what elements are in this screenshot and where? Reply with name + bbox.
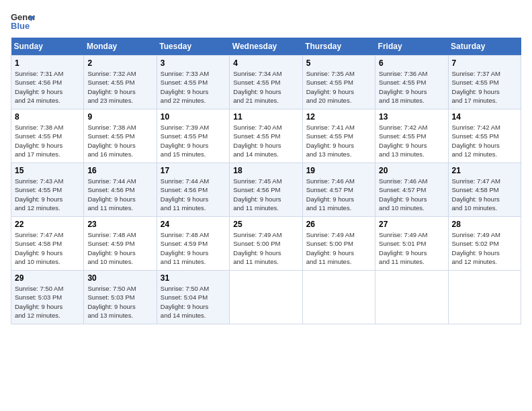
day-number: 9 <box>87 112 152 122</box>
calendar-cell: 28Sunrise: 7:49 AM Sunset: 5:02 PM Dayli… <box>448 217 521 271</box>
calendar-cell: 30Sunrise: 7:50 AM Sunset: 5:03 PM Dayli… <box>84 271 157 324</box>
day-info: Sunrise: 7:43 AM Sunset: 4:55 PM Dayligh… <box>15 177 80 212</box>
day-number: 30 <box>87 273 152 283</box>
day-info: Sunrise: 7:32 AM Sunset: 4:55 PM Dayligh… <box>87 69 152 105</box>
logo-icon: General Blue <box>11 11 35 32</box>
day-info: Sunrise: 7:47 AM Sunset: 4:58 PM Dayligh… <box>15 230 80 266</box>
calendar-cell: 23Sunrise: 7:48 AM Sunset: 4:59 PM Dayli… <box>84 217 157 271</box>
day-header-monday: Monday <box>84 38 157 56</box>
day-info: Sunrise: 7:50 AM Sunset: 5:03 PM Dayligh… <box>15 284 80 320</box>
day-number: 23 <box>87 220 152 229</box>
day-number: 21 <box>452 166 517 175</box>
week-row-5: 29Sunrise: 7:50 AM Sunset: 5:03 PM Dayli… <box>11 271 521 324</box>
calendar-cell <box>302 271 375 324</box>
day-info: Sunrise: 7:44 AM Sunset: 4:56 PM Dayligh… <box>161 177 226 212</box>
calendar-cell: 21Sunrise: 7:47 AM Sunset: 4:58 PM Dayli… <box>448 163 521 217</box>
calendar-cell: 25Sunrise: 7:49 AM Sunset: 5:00 PM Dayli… <box>230 217 302 271</box>
day-info: Sunrise: 7:40 AM Sunset: 4:55 PM Dayligh… <box>233 123 298 158</box>
day-number: 24 <box>161 220 226 229</box>
day-number: 28 <box>452 220 517 229</box>
calendar-cell: 17Sunrise: 7:44 AM Sunset: 4:56 PM Dayli… <box>157 163 229 217</box>
day-number: 19 <box>306 166 371 175</box>
day-number: 26 <box>306 220 371 229</box>
day-info: Sunrise: 7:49 AM Sunset: 5:02 PM Dayligh… <box>452 230 517 266</box>
day-number: 7 <box>452 58 517 68</box>
day-info: Sunrise: 7:45 AM Sunset: 4:56 PM Dayligh… <box>233 177 298 212</box>
week-row-3: 15Sunrise: 7:43 AM Sunset: 4:55 PM Dayli… <box>11 163 521 217</box>
calendar-cell: 8Sunrise: 7:38 AM Sunset: 4:55 PM Daylig… <box>11 109 84 163</box>
svg-text:Blue: Blue <box>11 21 30 31</box>
calendar-cell: 10Sunrise: 7:39 AM Sunset: 4:55 PM Dayli… <box>157 109 229 163</box>
calendar-cell: 14Sunrise: 7:42 AM Sunset: 4:55 PM Dayli… <box>448 109 521 163</box>
calendar-cell: 15Sunrise: 7:43 AM Sunset: 4:55 PM Dayli… <box>11 163 84 217</box>
day-info: Sunrise: 7:34 AM Sunset: 4:55 PM Dayligh… <box>233 69 298 105</box>
day-info: Sunrise: 7:46 AM Sunset: 4:57 PM Dayligh… <box>379 177 444 212</box>
day-info: Sunrise: 7:36 AM Sunset: 4:55 PM Dayligh… <box>379 69 444 105</box>
day-info: Sunrise: 7:41 AM Sunset: 4:55 PM Dayligh… <box>306 123 371 158</box>
calendar-cell: 2Sunrise: 7:32 AM Sunset: 4:55 PM Daylig… <box>84 56 157 109</box>
week-row-2: 8Sunrise: 7:38 AM Sunset: 4:55 PM Daylig… <box>11 109 521 163</box>
calendar-cell: 18Sunrise: 7:45 AM Sunset: 4:56 PM Dayli… <box>230 163 302 217</box>
day-number: 4 <box>233 58 298 68</box>
day-info: Sunrise: 7:46 AM Sunset: 4:57 PM Dayligh… <box>306 177 371 212</box>
day-number: 29 <box>15 273 80 283</box>
day-info: Sunrise: 7:38 AM Sunset: 4:55 PM Dayligh… <box>87 123 152 158</box>
day-number: 15 <box>15 166 80 175</box>
week-row-4: 22Sunrise: 7:47 AM Sunset: 4:58 PM Dayli… <box>11 217 521 271</box>
day-number: 6 <box>379 58 444 68</box>
day-number: 10 <box>161 112 226 122</box>
week-row-1: 1Sunrise: 7:31 AM Sunset: 4:56 PM Daylig… <box>11 56 521 109</box>
day-info: Sunrise: 7:31 AM Sunset: 4:56 PM Dayligh… <box>15 69 80 105</box>
day-info: Sunrise: 7:35 AM Sunset: 4:55 PM Dayligh… <box>306 69 371 105</box>
logo: General Blue <box>11 11 35 32</box>
calendar-cell: 29Sunrise: 7:50 AM Sunset: 5:03 PM Dayli… <box>11 271 84 324</box>
day-number: 8 <box>15 112 80 122</box>
day-number: 17 <box>161 166 226 175</box>
day-info: Sunrise: 7:49 AM Sunset: 5:00 PM Dayligh… <box>233 230 298 266</box>
day-number: 27 <box>379 220 444 229</box>
calendar-cell: 24Sunrise: 7:48 AM Sunset: 4:59 PM Dayli… <box>157 217 229 271</box>
calendar-cell <box>230 271 302 324</box>
day-info: Sunrise: 7:48 AM Sunset: 4:59 PM Dayligh… <box>161 230 226 266</box>
day-info: Sunrise: 7:47 AM Sunset: 4:58 PM Dayligh… <box>452 177 517 212</box>
day-number: 12 <box>306 112 371 122</box>
calendar-cell <box>375 271 448 324</box>
calendar-cell: 22Sunrise: 7:47 AM Sunset: 4:58 PM Dayli… <box>11 217 84 271</box>
day-number: 11 <box>233 112 298 122</box>
day-number: 31 <box>161 273 226 283</box>
calendar-cell: 4Sunrise: 7:34 AM Sunset: 4:55 PM Daylig… <box>230 56 302 109</box>
day-number: 20 <box>379 166 444 175</box>
day-number: 22 <box>15 220 80 229</box>
day-number: 18 <box>233 166 298 175</box>
calendar-cell: 13Sunrise: 7:42 AM Sunset: 4:55 PM Dayli… <box>375 109 448 163</box>
day-number: 3 <box>161 58 226 68</box>
day-info: Sunrise: 7:44 AM Sunset: 4:56 PM Dayligh… <box>87 177 152 212</box>
header-row: SundayMondayTuesdayWednesdayThursdayFrid… <box>11 38 521 56</box>
calendar-cell: 9Sunrise: 7:38 AM Sunset: 4:55 PM Daylig… <box>84 109 157 163</box>
day-header-sunday: Sunday <box>11 38 84 56</box>
day-header-thursday: Thursday <box>302 38 375 56</box>
calendar-cell: 16Sunrise: 7:44 AM Sunset: 4:56 PM Dayli… <box>84 163 157 217</box>
calendar-cell: 27Sunrise: 7:49 AM Sunset: 5:01 PM Dayli… <box>375 217 448 271</box>
day-number: 5 <box>306 58 371 68</box>
calendar-cell: 12Sunrise: 7:41 AM Sunset: 4:55 PM Dayli… <box>302 109 375 163</box>
day-info: Sunrise: 7:37 AM Sunset: 4:55 PM Dayligh… <box>452 69 517 105</box>
day-header-wednesday: Wednesday <box>230 38 302 56</box>
day-header-saturday: Saturday <box>448 38 521 56</box>
calendar-cell: 31Sunrise: 7:50 AM Sunset: 5:04 PM Dayli… <box>157 271 229 324</box>
day-info: Sunrise: 7:50 AM Sunset: 5:03 PM Dayligh… <box>87 284 152 320</box>
day-info: Sunrise: 7:42 AM Sunset: 4:55 PM Dayligh… <box>379 123 444 158</box>
day-info: Sunrise: 7:39 AM Sunset: 4:55 PM Dayligh… <box>161 123 226 158</box>
calendar-cell: 3Sunrise: 7:33 AM Sunset: 4:55 PM Daylig… <box>157 56 229 109</box>
page-header: General Blue <box>11 11 521 32</box>
day-number: 14 <box>452 112 517 122</box>
calendar-cell <box>448 271 521 324</box>
day-info: Sunrise: 7:49 AM Sunset: 5:00 PM Dayligh… <box>306 230 371 266</box>
day-number: 25 <box>233 220 298 229</box>
day-info: Sunrise: 7:48 AM Sunset: 4:59 PM Dayligh… <box>87 230 152 266</box>
calendar-table: SundayMondayTuesdayWednesdayThursdayFrid… <box>11 38 521 324</box>
day-number: 16 <box>87 166 152 175</box>
day-info: Sunrise: 7:33 AM Sunset: 4:55 PM Dayligh… <box>161 69 226 105</box>
day-info: Sunrise: 7:49 AM Sunset: 5:01 PM Dayligh… <box>379 230 444 266</box>
calendar-cell: 1Sunrise: 7:31 AM Sunset: 4:56 PM Daylig… <box>11 56 84 109</box>
